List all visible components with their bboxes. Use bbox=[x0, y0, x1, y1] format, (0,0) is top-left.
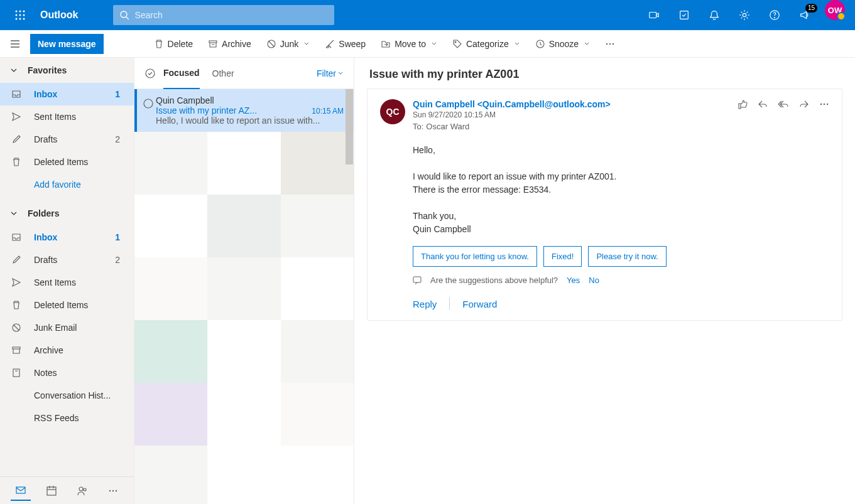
folder-nav: Favorites Inbox1 Sent Items Drafts2 Dele… bbox=[0, 58, 134, 504]
folder-notes[interactable]: Notes bbox=[0, 362, 134, 384]
calendar-module-icon[interactable] bbox=[41, 481, 62, 501]
svg-point-40 bbox=[112, 490, 114, 491]
new-message-button[interactable]: New message bbox=[30, 34, 104, 54]
nav-deleted[interactable]: Deleted Items bbox=[0, 151, 134, 173]
whatsnew-icon[interactable]: 15 bbox=[790, 0, 820, 30]
sender-name[interactable]: Quin Campbell <Quin.Campbell@outlook.com… bbox=[413, 99, 730, 109]
search-icon bbox=[119, 10, 129, 20]
mail-module-icon[interactable] bbox=[11, 481, 31, 501]
list-scrollbar[interactable] bbox=[345, 89, 354, 504]
svg-rect-12 bbox=[680, 11, 689, 19]
like-icon[interactable] bbox=[738, 99, 748, 109]
move-to-button[interactable]: Move to bbox=[374, 34, 444, 54]
help-icon[interactable] bbox=[760, 0, 790, 30]
more-button[interactable] bbox=[599, 34, 621, 54]
app-launcher-icon[interactable] bbox=[5, 0, 35, 30]
svg-point-44 bbox=[820, 104, 822, 105]
teams-call-icon[interactable] bbox=[639, 0, 669, 30]
add-favorite-link[interactable]: Add favorite bbox=[0, 173, 134, 196]
archive-icon bbox=[208, 39, 218, 49]
select-message-icon[interactable] bbox=[141, 95, 156, 126]
svg-point-37 bbox=[79, 487, 83, 491]
svg-point-45 bbox=[824, 104, 825, 105]
reply-link[interactable]: Reply bbox=[413, 299, 437, 309]
chevron-down-icon bbox=[337, 70, 344, 77]
notifications-icon[interactable] bbox=[699, 0, 729, 30]
svg-point-9 bbox=[121, 11, 127, 18]
nav-drafts[interactable]: Drafts2 bbox=[0, 128, 134, 151]
reply-icon[interactable] bbox=[758, 99, 768, 109]
svg-rect-29 bbox=[13, 347, 20, 349]
svg-point-7 bbox=[19, 18, 21, 20]
folders-header[interactable]: Folders bbox=[0, 201, 134, 226]
people-module-icon[interactable] bbox=[72, 481, 92, 501]
feedback-yes[interactable]: Yes bbox=[567, 276, 580, 285]
archive-button[interactable]: Archive bbox=[202, 34, 258, 54]
more-modules-icon[interactable] bbox=[103, 481, 123, 501]
settings-icon[interactable] bbox=[729, 0, 760, 30]
chevron-down-icon bbox=[303, 41, 310, 47]
folder-inbox[interactable]: Inbox1 bbox=[0, 226, 134, 249]
forward-link[interactable]: Forward bbox=[462, 299, 497, 309]
svg-line-28 bbox=[14, 325, 19, 330]
folder-drafts[interactable]: Drafts2 bbox=[0, 249, 134, 271]
nav-sent[interactable]: Sent Items bbox=[0, 105, 134, 128]
chevron-down-icon bbox=[431, 41, 437, 47]
tab-other[interactable]: Other bbox=[212, 58, 234, 89]
app-title: Outlook bbox=[35, 9, 88, 21]
sent-icon bbox=[10, 277, 23, 287]
svg-point-43 bbox=[144, 99, 153, 108]
folder-rss[interactable]: RSS Feeds bbox=[0, 407, 134, 429]
reply-all-icon[interactable] bbox=[778, 99, 789, 109]
select-all-icon[interactable] bbox=[144, 68, 156, 79]
svg-rect-11 bbox=[650, 13, 656, 18]
tab-focused[interactable]: Focused bbox=[163, 58, 200, 89]
search-box[interactable] bbox=[113, 5, 334, 25]
hamburger-icon[interactable] bbox=[5, 34, 25, 54]
delete-button[interactable]: Delete bbox=[148, 34, 199, 54]
junk-button[interactable]: Junk bbox=[260, 34, 317, 54]
more-icon bbox=[605, 39, 615, 49]
svg-rect-47 bbox=[413, 277, 421, 282]
folder-conversation-history[interactable]: Conversation Hist... bbox=[0, 384, 134, 407]
suggested-reply-2[interactable]: Fixed! bbox=[543, 246, 582, 267]
module-switcher bbox=[0, 476, 134, 504]
svg-rect-30 bbox=[13, 369, 19, 377]
junk-icon bbox=[10, 323, 23, 333]
svg-rect-33 bbox=[47, 487, 56, 495]
chevron-down-icon bbox=[10, 210, 18, 217]
suggested-reply-3[interactable]: Please try it now. bbox=[588, 246, 666, 267]
inbox-icon bbox=[10, 232, 23, 242]
more-actions-icon[interactable] bbox=[819, 99, 829, 109]
search-input[interactable] bbox=[134, 10, 328, 20]
to-recipient[interactable]: Oscar Ward bbox=[426, 122, 469, 131]
feedback-no[interactable]: No bbox=[589, 276, 599, 285]
folder-archive[interactable]: Archive bbox=[0, 339, 134, 362]
sent-icon bbox=[10, 112, 23, 122]
account-avatar[interactable]: OW bbox=[825, 0, 845, 20]
message-item[interactable]: Quin Campbell Issue with my printer AZ..… bbox=[134, 89, 354, 132]
junk-icon bbox=[266, 39, 276, 49]
svg-point-25 bbox=[609, 43, 611, 44]
forward-icon[interactable] bbox=[799, 99, 809, 109]
my-day-icon[interactable] bbox=[669, 0, 699, 30]
folder-sent[interactable]: Sent Items bbox=[0, 271, 134, 294]
nav-inbox[interactable]: Inbox1 bbox=[0, 83, 134, 105]
message-subject: Issue with my printer AZ... bbox=[156, 105, 257, 115]
chevron-down-icon bbox=[514, 41, 520, 47]
categorize-button[interactable]: Categorize bbox=[446, 34, 526, 54]
snooze-button[interactable]: Snooze bbox=[529, 34, 596, 54]
sweep-button[interactable]: Sweep bbox=[319, 34, 372, 54]
message-list-pane: Focused Other Filter Quin Campbell Issue… bbox=[134, 58, 354, 504]
svg-point-13 bbox=[743, 13, 746, 16]
folder-deleted[interactable]: Deleted Items bbox=[0, 294, 134, 316]
ghost-placeholder bbox=[134, 132, 354, 504]
svg-point-22 bbox=[455, 41, 456, 43]
favorites-header[interactable]: Favorites bbox=[0, 58, 134, 83]
folder-junk[interactable]: Junk Email bbox=[0, 316, 134, 339]
svg-line-10 bbox=[126, 17, 129, 19]
filter-button[interactable]: Filter bbox=[317, 68, 344, 78]
sender-avatar: QC bbox=[380, 99, 405, 124]
suggested-reply-1[interactable]: Thank you for letting us know. bbox=[413, 246, 537, 267]
svg-point-8 bbox=[23, 18, 25, 20]
